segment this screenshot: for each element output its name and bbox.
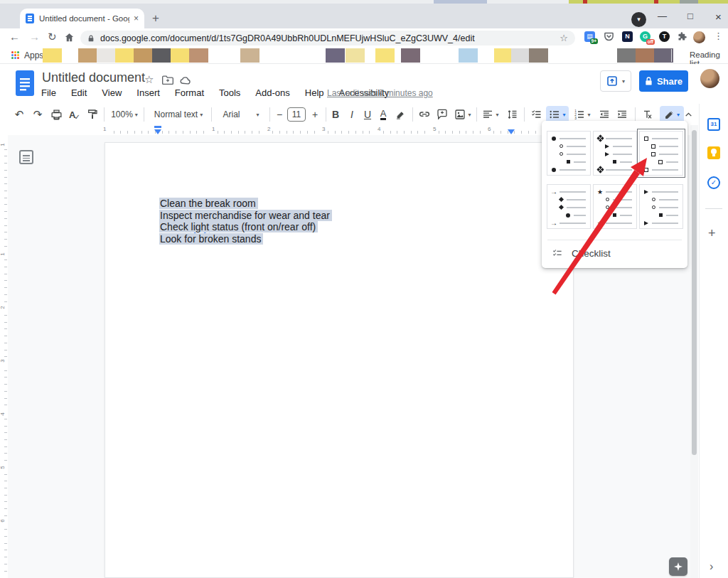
- back-icon[interactable]: ←: [9, 31, 20, 43]
- add-addon-button[interactable]: +: [708, 226, 716, 241]
- menu-help[interactable]: Help: [305, 87, 324, 98]
- explore-button[interactable]: [669, 557, 687, 576]
- notion-extension-icon[interactable]: N: [622, 31, 633, 42]
- bookmark-square[interactable]: [617, 48, 636, 63]
- browser-avatar[interactable]: [693, 31, 705, 43]
- insert-link-button[interactable]: [416, 106, 433, 123]
- bookmark-square[interactable]: [189, 48, 208, 63]
- increase-font-button[interactable]: +: [309, 106, 321, 123]
- menu-file[interactable]: File: [41, 87, 56, 98]
- bookmark-square[interactable]: [171, 48, 190, 63]
- bullet-style-disc-circle-square[interactable]: [547, 131, 591, 176]
- bookmark-square[interactable]: [459, 48, 478, 63]
- bookmark-square[interactable]: [240, 48, 259, 63]
- doc-line[interactable]: Clean the break room: [159, 198, 332, 210]
- bookmark-square[interactable]: [115, 48, 134, 63]
- highlight-color-button[interactable]: [392, 106, 408, 123]
- menu-view[interactable]: View: [102, 87, 122, 98]
- align-button[interactable]: ▾: [480, 106, 501, 123]
- redo-button[interactable]: ↷: [30, 106, 46, 123]
- menu-tools[interactable]: Tools: [219, 87, 240, 98]
- cloud-saved-icon[interactable]: [179, 76, 191, 85]
- print-button[interactable]: [48, 106, 64, 123]
- bookmark-square[interactable]: [97, 48, 116, 63]
- paragraph-style-select[interactable]: Normal text▾: [148, 106, 209, 123]
- move-folder-icon[interactable]: [162, 75, 173, 85]
- url-bar[interactable]: docs.google.com/document/d/1ts7GgDR0A49U…: [80, 31, 575, 46]
- doc-line[interactable]: Inspect merchandise for wear and tear: [159, 210, 332, 222]
- window-close-button[interactable]: ×: [715, 11, 722, 23]
- bookmark-square[interactable]: [326, 48, 345, 63]
- underline-button[interactable]: U: [360, 106, 375, 123]
- browser-tab[interactable]: Untitled document - Google Doc ×: [20, 9, 144, 28]
- bullet-style-diamondx-arrow-square[interactable]: [593, 131, 637, 176]
- bullet-style-star-circle-square[interactable]: ★★: [593, 184, 637, 229]
- bookmark-square[interactable]: [375, 48, 395, 63]
- home-icon[interactable]: [64, 32, 75, 43]
- bookmark-star-icon[interactable]: ☆: [560, 33, 568, 43]
- apps-label[interactable]: Apps: [24, 50, 43, 60]
- star-document-icon[interactable]: ☆: [144, 73, 154, 86]
- bookmark-square[interactable]: [529, 48, 548, 63]
- apps-grid-icon[interactable]: [11, 51, 20, 60]
- bookmark-square[interactable]: [152, 48, 171, 63]
- decrease-font-button[interactable]: −: [273, 106, 286, 123]
- bookmark-square[interactable]: [78, 48, 97, 63]
- browser-profile-chevron-icon[interactable]: ▾: [631, 12, 646, 27]
- keep-icon[interactable]: [707, 146, 720, 159]
- new-tab-button[interactable]: +: [152, 11, 159, 26]
- scrollbar-thumb[interactable]: [692, 130, 697, 455]
- last-edit-link[interactable]: Last edit was 4 minutes ago: [327, 88, 433, 98]
- bold-button[interactable]: B: [328, 106, 343, 123]
- menu-insert[interactable]: Insert: [136, 87, 160, 98]
- doc-line[interactable]: Look for broken stands: [159, 233, 332, 245]
- tab-close-icon[interactable]: ×: [134, 14, 139, 23]
- paint-format-button[interactable]: [85, 106, 100, 123]
- pocket-extension-icon[interactable]: [604, 31, 614, 42]
- doc-line[interactable]: Check light status (front on/rear off): [159, 221, 332, 233]
- bullet-style-checkbox-squares[interactable]: [639, 131, 683, 176]
- bookmark-square[interactable]: [654, 48, 673, 63]
- menu-format[interactable]: Format: [175, 87, 204, 98]
- bookmark-square[interactable]: [401, 48, 420, 63]
- bulleted-list-caret-icon[interactable]: ▾: [562, 112, 565, 118]
- document-text[interactable]: Clean the break room Inspect merchandise…: [159, 198, 332, 245]
- spellcheck-button[interactable]: A✓: [67, 106, 82, 123]
- bullet-style-arrowhead-circle-square[interactable]: [639, 184, 683, 229]
- tasks-icon[interactable]: ✓: [707, 176, 720, 189]
- bookmark-square[interactable]: [494, 48, 513, 63]
- bookmark-square[interactable]: [346, 48, 365, 63]
- bookmark-square[interactable]: [134, 48, 153, 63]
- share-button[interactable]: Share: [639, 70, 688, 92]
- undo-button[interactable]: ↶: [11, 106, 27, 123]
- text-color-button[interactable]: A: [376, 106, 390, 123]
- forward-icon[interactable]: →: [29, 31, 40, 43]
- calendar-icon[interactable]: 31: [707, 118, 720, 131]
- first-line-indent-marker[interactable]: [154, 126, 161, 128]
- reload-icon[interactable]: ↻: [48, 31, 57, 43]
- browser-menu-dots-icon[interactable]: ⋮: [714, 31, 723, 41]
- document-outline-icon[interactable]: [19, 150, 33, 164]
- extensions-puzzle-icon[interactable]: [677, 31, 687, 42]
- extension-icon[interactable]: ▤9+: [584, 31, 595, 42]
- font-size-input[interactable]: 11: [287, 106, 306, 123]
- line-spacing-button[interactable]: [503, 106, 520, 123]
- grammarly-extension-icon[interactable]: Goff: [640, 31, 651, 42]
- window-maximize-button[interactable]: □: [687, 11, 693, 21]
- bookmark-square[interactable]: [43, 48, 62, 63]
- menu-item-checklist[interactable]: Checklist: [542, 240, 687, 266]
- docs-avatar[interactable]: [700, 69, 719, 88]
- insert-image-button[interactable]: ▾: [452, 106, 473, 123]
- menu-edit[interactable]: Edit: [71, 87, 87, 98]
- bullet-style-arrow-diamond-disc[interactable]: →→: [547, 184, 591, 229]
- bookmark-square[interactable]: [636, 48, 655, 63]
- font-select[interactable]: Arial▾: [215, 106, 267, 123]
- hide-side-panel-icon[interactable]: ›: [710, 560, 713, 573]
- zoom-select[interactable]: 100%▾: [108, 106, 141, 123]
- add-comment-button[interactable]: [434, 106, 451, 123]
- window-minimize-button[interactable]: —: [658, 11, 667, 21]
- present-button[interactable]: ▾: [600, 70, 631, 92]
- document-title-input[interactable]: Untitled document: [42, 70, 145, 85]
- docs-logo-icon[interactable]: [15, 70, 35, 97]
- document-page[interactable]: Clean the break room Inspect merchandise…: [105, 142, 574, 578]
